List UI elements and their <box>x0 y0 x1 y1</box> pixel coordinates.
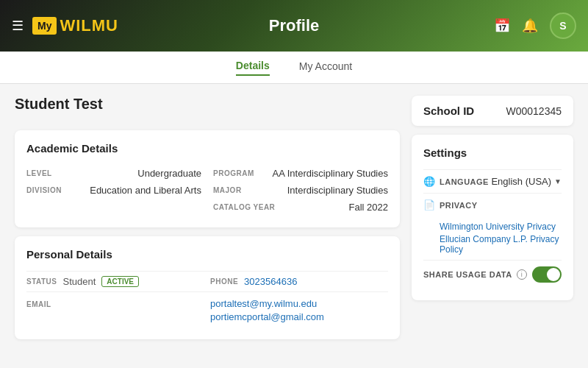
division-value: Education and Liberal Arts <box>90 185 201 196</box>
share-usage-toggle[interactable] <box>532 266 562 283</box>
school-id-value: W00012345 <box>506 105 562 117</box>
catalog-year-label: CATALOG YEAR <box>213 203 275 211</box>
level-value: Undergraduate <box>137 168 201 179</box>
school-id-label: School ID <box>423 105 474 117</box>
globe-icon: 🌐 <box>423 176 435 187</box>
email-label: EMAIL <box>26 300 51 308</box>
language-row: 🌐 LANGUAGE English (USA) ▼ <box>423 169 562 193</box>
info-icon[interactable]: i <box>517 269 527 280</box>
status-phone-row: STATUS Student ACTIVE PHONE 3023564636 <box>26 271 388 291</box>
privacy-icon: 📄 <box>423 199 435 210</box>
avatar[interactable]: S <box>550 13 576 39</box>
status-item: STATUS Student ACTIVE <box>26 276 204 287</box>
academic-details-card: Academic Details LEVEL Undergraduate DIV… <box>15 130 400 227</box>
major-row: MAJOR Interdisciplinary Studies <box>213 182 388 199</box>
email2[interactable]: portiemcportal@gmail.com <box>210 311 324 322</box>
academic-left: LEVEL Undergraduate DIVISION Education a… <box>26 165 201 216</box>
phone-item: PHONE 3023564636 <box>210 276 388 287</box>
major-value: Interdisciplinary Studies <box>287 185 388 196</box>
status-value: Student <box>63 276 96 287</box>
email-values: portaltest@my.wilmu.edu portiemcportal@g… <box>210 297 388 323</box>
logo: My WILMU <box>32 16 118 35</box>
privacy-link-1[interactable]: Wilmington University Privacy <box>440 222 562 232</box>
status-label: STATUS <box>26 277 57 286</box>
tab-details[interactable]: Details <box>236 60 270 76</box>
settings-title: Settings <box>423 146 562 159</box>
share-usage-row: SHARE USAGE DATA i <box>423 260 562 289</box>
academic-details-title: Academic Details <box>26 142 388 155</box>
calendar-icon[interactable]: 📅 <box>494 18 510 34</box>
privacy-label: PRIVACY <box>440 201 478 210</box>
status-badge: ACTIVE <box>101 276 139 287</box>
privacy-link-2[interactable]: Ellucian Company L.P. Privacy Policy <box>440 234 562 255</box>
email-row: EMAIL portaltest@my.wilmu.edu portiemcpo… <box>26 291 388 328</box>
personal-details-title: Personal Details <box>26 248 388 261</box>
header-actions: 📅 🔔 S <box>494 13 576 39</box>
menu-icon[interactable]: ☰ <box>12 18 24 34</box>
phone-label: PHONE <box>210 277 238 286</box>
page-title: Profile <box>269 16 319 35</box>
school-id-card: School ID W00012345 <box>412 96 573 126</box>
share-label: SHARE USAGE DATA <box>423 270 512 279</box>
privacy-links: Wilmington University Privacy Ellucian C… <box>423 216 562 260</box>
catalog-year-value: Fall 2022 <box>349 202 388 213</box>
logo-wilmu: WILMU <box>60 16 118 35</box>
right-column: School ID W00012345 Settings 🌐 LANGUAGE … <box>412 96 573 356</box>
notification-icon[interactable]: 🔔 <box>522 18 538 34</box>
header: ☰ My WILMU Profile 📅 🔔 S <box>0 0 588 52</box>
catalog-year-row: CATALOG YEAR Fall 2022 <box>213 199 388 216</box>
language-value[interactable]: English (USA) ▼ <box>491 176 562 187</box>
academic-details-grid: LEVEL Undergraduate DIVISION Education a… <box>26 165 388 216</box>
division-row: DIVISION Education and Liberal Arts <box>26 182 201 199</box>
program-row: PROGRAM AA Interdisciplinary Studies <box>213 165 388 182</box>
level-row: LEVEL Undergraduate <box>26 165 201 182</box>
email1[interactable]: portaltest@my.wilmu.edu <box>210 298 317 309</box>
content: Student Test Academic Details LEVEL Unde… <box>0 84 588 368</box>
privacy-row: 📄 PRIVACY <box>423 193 562 216</box>
program-label: PROGRAM <box>213 169 254 177</box>
student-name: Student Test <box>15 96 400 113</box>
email-item: EMAIL <box>26 297 204 323</box>
tab-my-account[interactable]: My Account <box>299 60 352 75</box>
left-column: Student Test Academic Details LEVEL Unde… <box>15 96 400 356</box>
language-label: LANGUAGE <box>440 177 489 186</box>
logo-my: My <box>32 17 57 35</box>
tabs: Details My Account <box>0 52 588 84</box>
academic-right: PROGRAM AA Interdisciplinary Studies MAJ… <box>213 165 388 216</box>
major-label: MAJOR <box>213 186 242 194</box>
division-label: DIVISION <box>26 186 62 194</box>
phone-value[interactable]: 3023564636 <box>244 276 297 287</box>
chevron-down-icon: ▼ <box>554 177 562 185</box>
level-label: LEVEL <box>26 169 52 177</box>
program-value: AA Interdisciplinary Studies <box>272 168 388 179</box>
settings-card: Settings 🌐 LANGUAGE English (USA) ▼ 📄 PR… <box>412 135 573 300</box>
personal-details-card: Personal Details STATUS Student ACTIVE P… <box>15 236 400 339</box>
